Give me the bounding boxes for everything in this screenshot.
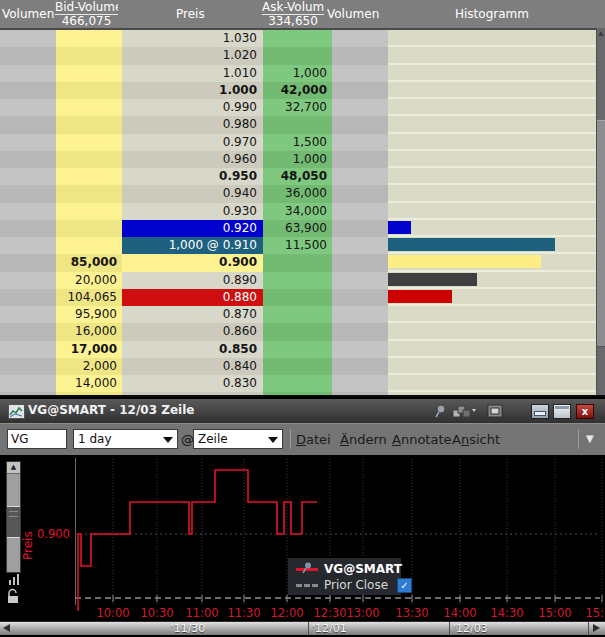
bid-volume-cell[interactable]: [56, 82, 122, 99]
session-scrollbar[interactable]: '11/30 '12/01 '12/03: [0, 621, 605, 635]
bid-volume-cell[interactable]: 104,065: [56, 289, 122, 306]
header-ask-volumen[interactable]: Ask-Volumen 334,650: [262, 0, 324, 28]
ask-volume-cell[interactable]: 36,000: [263, 185, 332, 202]
histogram-cell: [388, 65, 597, 82]
toolbar-collapse-icon[interactable]: ▼: [586, 433, 594, 444]
price-cell[interactable]: 0.960: [122, 151, 263, 168]
price-cell[interactable]: 0.840: [122, 358, 263, 375]
price-cell[interactable]: 1,000 @ 0.910: [122, 237, 263, 254]
ask-volume-cell[interactable]: [263, 116, 332, 133]
ask-volume-cell[interactable]: 11,500: [263, 237, 332, 254]
price-cell[interactable]: 0.830: [122, 375, 263, 392]
price-cell[interactable]: 0.950: [122, 168, 263, 185]
ladder-scrollbar[interactable]: [596, 28, 605, 395]
ask-volume-cell[interactable]: 48,050: [263, 168, 332, 185]
scroll-left-icon[interactable]: [3, 624, 10, 632]
slider-thumb[interactable]: [7, 506, 20, 538]
ask-volume-cell[interactable]: 42,000: [263, 82, 332, 99]
price-cell[interactable]: 0.970: [122, 134, 263, 151]
bid-volume-cell[interactable]: [56, 185, 122, 202]
close-button[interactable]: x: [576, 404, 594, 419]
scroll-right-icon[interactable]: [593, 624, 600, 632]
bid-volume-cell[interactable]: [56, 65, 122, 82]
price-cell[interactable]: 0.850: [122, 341, 263, 358]
ask-volume-cell[interactable]: 1,000: [263, 65, 332, 82]
bid-volume-cell[interactable]: 20,000: [56, 272, 122, 289]
price-cell[interactable]: 0.900: [122, 254, 263, 271]
price-cell[interactable]: 0.870: [122, 306, 263, 323]
price-cell[interactable]: 0.920: [122, 220, 263, 237]
price-cell[interactable]: 0.890: [122, 272, 263, 289]
bid-volume-cell[interactable]: [56, 151, 122, 168]
menu-item-ändern[interactable]: Ändern: [340, 432, 387, 447]
ask-volume-cell[interactable]: [263, 47, 332, 64]
bid-volume-cell[interactable]: 95,900: [56, 306, 122, 323]
price-cell[interactable]: 0.990: [122, 99, 263, 116]
price-cell[interactable]: 1.030: [122, 30, 263, 47]
ask-volume-cell[interactable]: 1,000: [263, 151, 332, 168]
chart-window-titlebar[interactable]: VG@SMART - 12/03 Zeile x: [0, 399, 605, 424]
ask-volume-cell[interactable]: 1,500: [263, 134, 332, 151]
bid-volume-cell[interactable]: [56, 168, 122, 185]
bid-volume-cell[interactable]: [56, 30, 122, 47]
bid-volume-cell[interactable]: 16,000: [56, 323, 122, 340]
ask-volume-cell[interactable]: [263, 358, 332, 375]
price-cell[interactable]: 1.010: [122, 65, 263, 82]
price-cell[interactable]: 0.860: [122, 323, 263, 340]
ask-volume-cell[interactable]: [263, 254, 332, 271]
ask-volume-cell[interactable]: [263, 272, 332, 289]
price-cell[interactable]: 0.880: [122, 289, 263, 306]
chart-area[interactable]: ▲ Preis 0.900 VG@SMART Prior Close ✓ 10:…: [0, 455, 605, 637]
blocks-menu-icon[interactable]: [452, 404, 476, 421]
ask-volume-cell[interactable]: 63,900: [263, 220, 332, 237]
bid-volume-cell[interactable]: [56, 47, 122, 64]
priorclose-checkbox[interactable]: ✓: [397, 578, 412, 593]
timeframe-dropdown[interactable]: 1 day: [73, 429, 178, 449]
session-divider: [308, 622, 309, 635]
histogram-cell: [388, 185, 597, 202]
volume-right-cell: [332, 237, 388, 254]
slider-top-cap[interactable]: ▲: [7, 462, 20, 474]
maximize-button[interactable]: [553, 404, 571, 419]
bid-volume-cell[interactable]: 14,000: [56, 375, 122, 392]
menu-item-ansicht[interactable]: Ansicht: [452, 432, 500, 447]
ask-volume-cell[interactable]: 32,700: [263, 99, 332, 116]
legend-pin-icon[interactable]: [300, 561, 313, 574]
bid-volume-cell[interactable]: [56, 134, 122, 151]
scroll-up-icon[interactable]: [598, 31, 604, 36]
bid-volume-cell[interactable]: [56, 203, 122, 220]
ask-volume-cell[interactable]: 34,000: [263, 203, 332, 220]
session-label: '12/03: [453, 622, 488, 635]
bid-volume-cell[interactable]: 2,000: [56, 358, 122, 375]
charttype-dropdown[interactable]: Zeile: [193, 429, 283, 449]
ask-volume-cell[interactable]: [263, 30, 332, 47]
ask-volume-cell[interactable]: [263, 323, 332, 340]
minimize-button[interactable]: [531, 404, 549, 419]
ask-volume-cell[interactable]: [263, 375, 332, 392]
bid-volume-cell[interactable]: [56, 237, 122, 254]
bid-volume-cell[interactable]: [56, 220, 122, 237]
ask-volume-cell[interactable]: [263, 289, 332, 306]
bid-volume-cell[interactable]: [56, 99, 122, 116]
volume-left-cell: [0, 82, 56, 99]
price-cell[interactable]: 0.940: [122, 185, 263, 202]
bid-volume-cell[interactable]: 17,000: [56, 341, 122, 358]
bid-total: 466,075: [55, 15, 118, 28]
pin-icon[interactable]: [433, 404, 447, 421]
zoom-slider[interactable]: ▲: [6, 461, 21, 573]
menu-item-annotate[interactable]: Annotate: [392, 432, 452, 447]
price-cell[interactable]: 1.000: [122, 82, 263, 99]
header-bid-volumen[interactable]: Bid-Volumen 466,075: [55, 0, 118, 28]
ask-volume-cell[interactable]: [263, 341, 332, 358]
menu-item-datei[interactable]: Datei: [296, 432, 331, 447]
bid-volume-cell[interactable]: [56, 116, 122, 133]
chart-app-icon: [8, 404, 25, 419]
scrollbar-thumb[interactable]: [597, 120, 605, 347]
price-cell[interactable]: 0.930: [122, 203, 263, 220]
ask-volume-cell[interactable]: [263, 306, 332, 323]
bid-volume-cell[interactable]: 85,000: [56, 254, 122, 271]
symbol-input[interactable]: [7, 429, 67, 449]
price-cell[interactable]: 1.020: [122, 47, 263, 64]
detach-window-icon[interactable]: [487, 404, 503, 421]
price-cell[interactable]: 0.980: [122, 116, 263, 133]
